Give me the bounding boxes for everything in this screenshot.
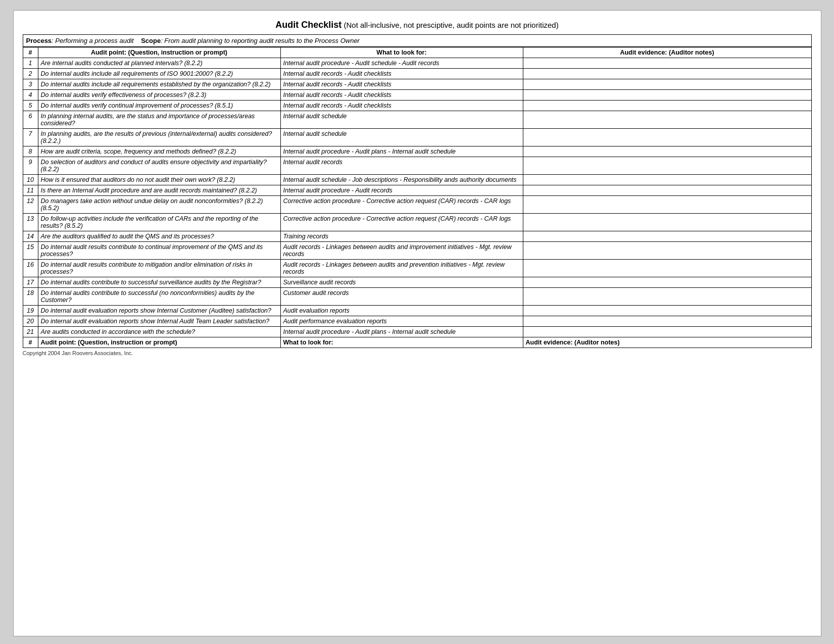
row-what: Audit performance evaluation reports [280, 316, 523, 327]
header-evidence: Audit evidence: (Auditor notes) [523, 47, 811, 58]
row-num: 1 [23, 58, 38, 69]
table-row: 5Do internal audits verify continual imp… [23, 101, 811, 111]
process-desc: : Performing a process audit [52, 37, 134, 44]
row-evidence [523, 129, 811, 146]
table-row: 11Is there an Internal Audit procedure a… [23, 185, 811, 196]
row-what: Audit records - Linkages between audits … [280, 242, 523, 260]
row-question: In planning audits, are the results of p… [38, 129, 280, 146]
row-evidence [523, 288, 811, 306]
table-row: 14Are the auditors qualified to audit th… [23, 231, 811, 242]
row-what: Customer audit records [280, 288, 523, 306]
page: Audit Checklist (Not all-inclusive, not … [13, 10, 821, 636]
row-what: Corrective action procedure - Corrective… [280, 214, 523, 231]
table-row: 17Do internal audits contribute to succe… [23, 277, 811, 288]
row-evidence [523, 111, 811, 129]
row-num: 4 [23, 90, 38, 101]
row-what: Surveillance audit records [280, 277, 523, 288]
row-evidence [523, 175, 811, 185]
footer-row: # Audit point: (Question, instruction or… [23, 337, 811, 348]
row-num: 7 [23, 129, 38, 146]
row-question: Do internal audits contribute to success… [38, 288, 280, 306]
row-what: Training records [280, 231, 523, 242]
row-evidence [523, 157, 811, 175]
row-question: Do internal audits verify continual impr… [38, 101, 280, 111]
row-evidence [523, 146, 811, 157]
table-row: 1Are internal audits conducted at planne… [23, 58, 811, 69]
row-num: 21 [23, 327, 38, 337]
row-question: Do internal audit evaluation reports sho… [38, 316, 280, 327]
footer-what: What to look for: [280, 337, 523, 348]
footer-question: Audit point: (Question, instruction or p… [38, 337, 280, 348]
row-num: 13 [23, 214, 38, 231]
table-row: 7In planning audits, are the results of … [23, 129, 811, 146]
row-question: Do internal audit results contribute to … [38, 242, 280, 260]
row-evidence [523, 327, 811, 337]
table-row: 9Do selection of auditors and conduct of… [23, 157, 811, 175]
row-num: 17 [23, 277, 38, 288]
row-num: 19 [23, 306, 38, 316]
row-num: 18 [23, 288, 38, 306]
row-question: In planning internal audits, are the sta… [38, 111, 280, 129]
table-row: 6In planning internal audits, are the st… [23, 111, 811, 129]
row-question: Do internal audit results contribute to … [38, 260, 280, 277]
row-question: Are audits conducted in accordance with … [38, 327, 280, 337]
row-num: 6 [23, 111, 38, 129]
row-question: Do internal audits include all requireme… [38, 69, 280, 79]
table-row: 21Are audits conducted in accordance wit… [23, 327, 811, 337]
row-what: Internal audit procedure - Audit plans -… [280, 146, 523, 157]
footer-num: # [23, 337, 38, 348]
row-evidence [523, 101, 811, 111]
main-title: Audit Checklist [275, 20, 341, 30]
table-row: 16Do internal audit results contribute t… [23, 260, 811, 277]
row-what: Internal audit records - Audit checklist… [280, 90, 523, 101]
row-what: Internal audit records [280, 157, 523, 175]
row-what: Internal audit schedule - Job descriptio… [280, 175, 523, 185]
title-row: Audit Checklist (Not all-inclusive, not … [23, 20, 812, 30]
row-question: Do follow-up activities include the veri… [38, 214, 280, 231]
row-what: Internal audit schedule [280, 111, 523, 129]
row-question: Are the auditors qualified to audit the … [38, 231, 280, 242]
row-evidence [523, 277, 811, 288]
table-row: 4Do internal audits verify effectiveness… [23, 90, 811, 101]
table-body: 1Are internal audits conducted at planne… [23, 58, 811, 337]
header-question: Audit point: (Question, instruction or p… [38, 47, 280, 58]
table-row: 20Do internal audit evaluation reports s… [23, 316, 811, 327]
row-what: Internal audit records - Audit checklist… [280, 69, 523, 79]
row-what: Audit records - Linkages between audits … [280, 260, 523, 277]
row-evidence [523, 242, 811, 260]
row-evidence [523, 260, 811, 277]
row-question: Do internal audit evaluation reports sho… [38, 306, 280, 316]
process-row: Process: Performing a process audit Scop… [23, 34, 812, 47]
row-evidence [523, 185, 811, 196]
row-what: Internal audit schedule [280, 129, 523, 146]
audit-table: # Audit point: (Question, instruction or… [23, 47, 812, 348]
header-row: # Audit point: (Question, instruction or… [23, 47, 811, 58]
row-num: 20 [23, 316, 38, 327]
table-row: 13Do follow-up activities include the ve… [23, 214, 811, 231]
scope-label: Scope [141, 37, 161, 44]
row-what: Audit evaluation reports [280, 306, 523, 316]
row-evidence [523, 90, 811, 101]
table-row: 19Do internal audit evaluation reports s… [23, 306, 811, 316]
row-what: Internal audit procedure - Audit records [280, 185, 523, 196]
row-what: Internal audit procedure - Audit plans -… [280, 327, 523, 337]
row-num: 8 [23, 146, 38, 157]
subtitle: (Not all-inclusive, not presciptive, aud… [344, 21, 559, 29]
row-num: 15 [23, 242, 38, 260]
row-evidence [523, 306, 811, 316]
row-question: Is there an Internal Audit procedure and… [38, 185, 280, 196]
row-what: Internal audit procedure - Audit schedul… [280, 58, 523, 69]
row-num: 16 [23, 260, 38, 277]
row-question: Do internal audits include all requireme… [38, 79, 280, 90]
row-what: Corrective action procedure - Corrective… [280, 196, 523, 214]
table-row: 15Do internal audit results contribute t… [23, 242, 811, 260]
table-row: 8How are audit criteria, scope, frequenc… [23, 146, 811, 157]
table-row: 3Do internal audits include all requirem… [23, 79, 811, 90]
row-num: 5 [23, 101, 38, 111]
row-evidence [523, 69, 811, 79]
row-question: How is it ensured that auditors do no no… [38, 175, 280, 185]
row-evidence [523, 214, 811, 231]
process-label: Process [26, 37, 52, 44]
row-question: Do internal audits verify effectiveness … [38, 90, 280, 101]
table-row: 2Do internal audits include all requirem… [23, 69, 811, 79]
